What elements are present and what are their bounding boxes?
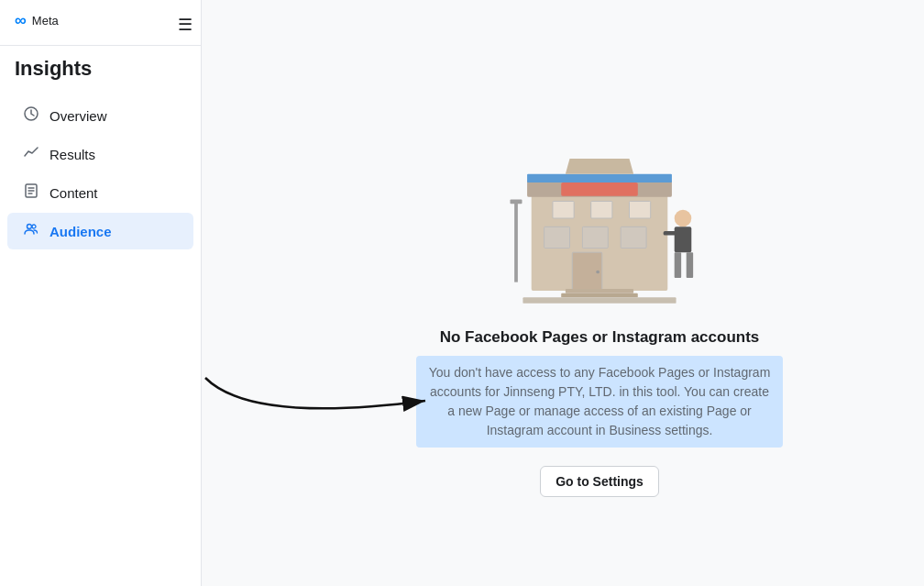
svg-rect-11 xyxy=(514,201,518,282)
svg-point-25 xyxy=(675,209,692,227)
meta-logo: ∞ Meta xyxy=(15,11,186,30)
sidebar-item-results-label: Results xyxy=(50,147,95,162)
svg-rect-18 xyxy=(582,227,608,248)
sidebar-item-results[interactable]: Results xyxy=(7,136,193,172)
svg-rect-26 xyxy=(675,227,692,252)
svg-rect-23 xyxy=(561,293,638,297)
sidebar-item-content[interactable]: Content xyxy=(7,174,193,211)
audience-icon xyxy=(22,222,40,240)
svg-rect-16 xyxy=(561,182,638,196)
results-icon xyxy=(22,145,40,163)
sidebar: ∞ Meta ☰ Insights Overview xyxy=(0,0,202,586)
svg-marker-10 xyxy=(566,159,633,174)
sidebar-item-content-label: Content xyxy=(50,185,98,201)
svg-point-6 xyxy=(32,225,36,228)
empty-state: No Facebook Pages or Instagram accounts … xyxy=(416,127,783,497)
sidebar-item-audience-label: Audience xyxy=(50,224,112,239)
nav-list: Overview Results xyxy=(0,88,201,259)
sidebar-item-audience[interactable]: Audience xyxy=(7,213,193,249)
svg-rect-19 xyxy=(621,227,646,248)
go-to-settings-button[interactable]: Go to Settings xyxy=(540,466,659,497)
svg-point-21 xyxy=(596,270,600,273)
empty-state-title: No Facebook Pages or Instagram accounts xyxy=(440,328,760,347)
svg-rect-12 xyxy=(511,199,522,204)
sidebar-header: ∞ Meta ☰ xyxy=(0,0,201,46)
svg-rect-28 xyxy=(687,252,693,278)
svg-rect-22 xyxy=(566,289,633,293)
sidebar-item-overview-label: Overview xyxy=(50,108,107,124)
svg-rect-13 xyxy=(553,201,574,218)
content-icon xyxy=(22,183,40,202)
meta-logo-icon: ∞ xyxy=(15,11,27,30)
svg-rect-14 xyxy=(591,201,612,218)
svg-point-5 xyxy=(28,225,32,229)
svg-rect-29 xyxy=(664,230,676,235)
svg-rect-17 xyxy=(544,227,570,248)
main-content: No Facebook Pages or Instagram accounts … xyxy=(202,0,924,586)
svg-rect-15 xyxy=(630,201,651,218)
page-title: Insights xyxy=(0,46,201,88)
overview-icon xyxy=(22,106,40,125)
building-illustration xyxy=(480,127,719,310)
svg-rect-24 xyxy=(522,297,676,304)
hamburger-button[interactable]: ☰ xyxy=(174,11,196,39)
arrow-illustration xyxy=(178,350,490,442)
svg-rect-9 xyxy=(527,173,672,182)
sidebar-nav: Overview Results xyxy=(0,88,201,259)
meta-logo-text: Meta xyxy=(32,14,59,28)
svg-rect-27 xyxy=(675,252,681,278)
sidebar-item-overview[interactable]: Overview xyxy=(7,97,193,134)
